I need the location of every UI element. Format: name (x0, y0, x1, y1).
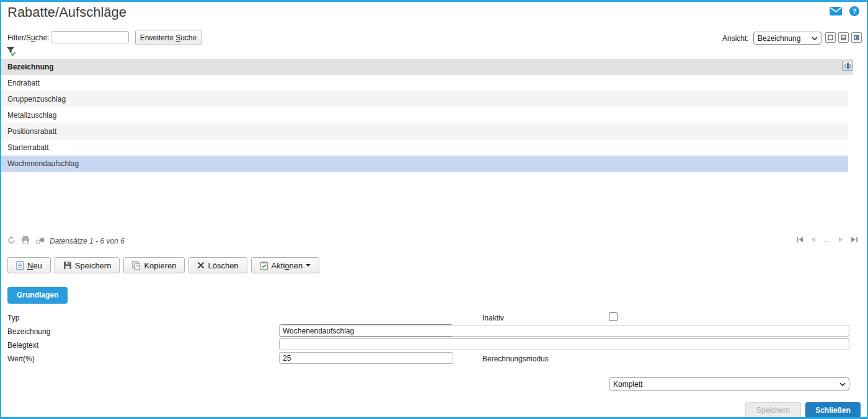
inaktiv-checkbox[interactable] (609, 312, 618, 321)
berechnungsmodus-select[interactable]: Komplett (609, 377, 849, 390)
topbar-icons: ? (830, 6, 859, 16)
view-detail-button[interactable] (851, 32, 862, 43)
save-button[interactable]: Speichern (55, 257, 120, 273)
belegtext-input[interactable] (279, 338, 849, 350)
berechnungsmodus-select-value: Komplett (613, 380, 642, 389)
table-row-selected[interactable]: Wochenendaufschlag (1, 156, 848, 172)
wert-label: Wert(%) (7, 355, 35, 363)
berechnungsmodus-label: Berechnungsmodus (482, 355, 549, 363)
actions-menu-button[interactable]: Aktionen (251, 257, 320, 273)
view-select-value: Bezeichnung (758, 34, 800, 43)
new-button[interactable]: Neu (7, 257, 51, 273)
grid-tools (7, 236, 45, 244)
view-split-button[interactable] (838, 32, 849, 43)
first-page-icon[interactable] (797, 237, 803, 242)
advanced-search-button[interactable]: Erweiterte Suche (135, 30, 202, 45)
wert-input[interactable] (279, 352, 453, 364)
refresh-icon[interactable] (7, 236, 16, 244)
view-select[interactable]: Bezeichnung (753, 32, 822, 45)
filter-search-input[interactable] (51, 31, 129, 43)
view-split-icon (841, 35, 846, 40)
save-footer-button[interactable]: Speichern (745, 402, 801, 418)
next-page-icon[interactable] (839, 237, 843, 242)
page-title: Rabatte/Aufschläge (7, 4, 126, 20)
records-icon[interactable] (35, 237, 45, 244)
close-button[interactable]: Schließen (805, 402, 861, 418)
previous-page-icon[interactable] (811, 237, 815, 242)
filter-search-label: Filter/Suche: (7, 33, 49, 42)
new-document-icon (16, 261, 24, 270)
bezeichnung-input[interactable] (279, 325, 849, 337)
inaktiv-label: Inaktiv (482, 314, 504, 322)
view-list-button[interactable] (825, 32, 836, 43)
record-toolbar: Neu Speichern Kopieren Löschen Aktionen (7, 257, 319, 273)
typ-label: Typ (7, 314, 19, 322)
view-detail-icon (854, 35, 859, 40)
column-settings-button[interactable] (842, 61, 853, 71)
belegtext-label: Belegtext (7, 341, 38, 350)
view-label: Ansicht: (722, 34, 749, 43)
column-header-bezeichnung[interactable]: Bezeichnung (1, 59, 853, 75)
pagination: ... (797, 237, 857, 242)
table-row[interactable]: Positionsrabatt (1, 123, 848, 139)
filter-active-icon[interactable] (6, 46, 16, 59)
column-settings-icon (844, 63, 851, 69)
table-row[interactable]: Metallzuschlag (1, 107, 848, 123)
page-ellipsis[interactable]: ... (823, 237, 831, 242)
tab-grundlagen[interactable]: Grundlagen (7, 287, 68, 304)
bezeichnung-label: Bezeichnung (7, 327, 50, 336)
actions-clipboard-icon (260, 261, 268, 270)
table-row[interactable]: Gruppenzuschlag (1, 91, 848, 107)
copy-button[interactable]: Kopieren (123, 257, 185, 273)
help-icon[interactable]: ? (849, 6, 859, 16)
app-window: Rabatte/Aufschläge ? Filter/Suche: Erwei… (0, 0, 868, 419)
record-count-status: Datensätze 1 - 6 von 6 (50, 237, 125, 245)
chevron-down-icon (812, 37, 818, 40)
print-icon[interactable] (21, 236, 30, 244)
dropdown-caret-icon (306, 264, 311, 269)
view-list-icon (828, 35, 833, 40)
chevron-down-icon (839, 382, 846, 386)
delete-button[interactable]: Löschen (188, 257, 247, 273)
table-row[interactable]: Endrabatt (1, 75, 848, 91)
table-row[interactable]: Starterrabatt (1, 139, 848, 156)
save-floppy-icon (63, 261, 72, 270)
last-page-icon[interactable] (851, 237, 857, 242)
copy-icon (132, 261, 141, 270)
mail-icon[interactable] (830, 7, 842, 15)
delete-x-icon (197, 262, 205, 269)
